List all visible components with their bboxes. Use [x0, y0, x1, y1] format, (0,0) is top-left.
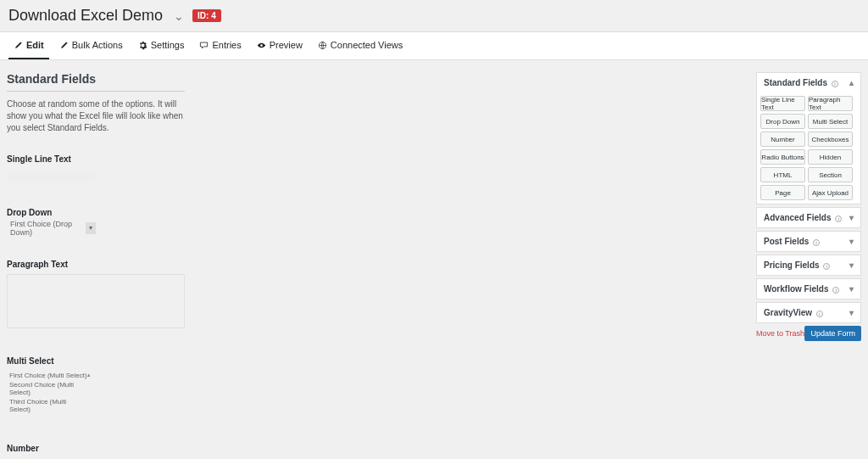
add-field-multi-select[interactable]: Multi Select — [808, 114, 853, 129]
info-icon[interactable]: i — [835, 216, 842, 222]
collapse-icon[interactable]: ▴ — [849, 78, 854, 87]
eye-icon — [257, 41, 266, 50]
panel-title: Advanced Fields — [764, 213, 831, 222]
add-field-single-line-text[interactable]: Single Line Text — [760, 96, 805, 111]
expand-icon[interactable]: ▾ — [849, 213, 854, 222]
tab-label: Entries — [212, 40, 241, 50]
field-multi-select[interactable]: Multi Select ▴ First Choice (Multi Selec… — [7, 356, 743, 418]
panel-body: Single Line Text Paragraph Text Drop Dow… — [757, 92, 860, 204]
field-single-line-text[interactable]: Single Line Text — [7, 154, 743, 182]
expand-icon[interactable]: ▾ — [849, 308, 854, 317]
add-field-ajax-upload[interactable]: Ajax Upload — [808, 185, 853, 200]
form-description: Choose at random some of the options. It… — [7, 98, 185, 134]
chevron-down-icon: ▾ — [86, 222, 96, 234]
main-content: Standard Fields Choose at random some of… — [0, 60, 868, 459]
panel-workflow-fields: Workflow Fields i ▾ — [756, 278, 861, 299]
panel-title: Post Fields — [764, 237, 809, 246]
panel-header[interactable]: Standard Fields i ▴ — [757, 73, 860, 92]
add-field-drop-down[interactable]: Drop Down — [760, 114, 805, 129]
tab-label: Edit — [26, 40, 44, 50]
field-label: Single Line Text — [7, 154, 743, 164]
panel-title: Workflow Fields — [764, 284, 829, 294]
move-to-trash-link[interactable]: Move to Trash — [756, 329, 804, 338]
panel-header[interactable]: Post Fields i ▾ — [757, 232, 860, 251]
tab-edit[interactable]: Edit — [8, 32, 49, 59]
field-label: Drop Down — [7, 208, 743, 217]
panel-advanced-fields: Advanced Fields i ▾ — [756, 207, 861, 228]
info-icon[interactable]: i — [813, 239, 820, 246]
form-editor: Standard Fields Choose at random some of… — [7, 72, 743, 459]
panel-title: GravityView — [764, 308, 812, 317]
id-badge: ID: 4 — [192, 9, 221, 22]
form-heading: Standard Fields — [7, 72, 185, 92]
sidebar-actions: Move to Trash Update Form — [756, 326, 861, 341]
expand-icon[interactable]: ▾ — [849, 284, 854, 294]
panel-title: Pricing Fields — [764, 260, 820, 270]
pencil-icon — [14, 41, 23, 50]
field-number[interactable]: Number Type in a number — [7, 444, 743, 460]
tab-label: Bulk Actions — [72, 40, 123, 50]
multiselect-input[interactable]: ▴ First Choice (Multi Select) Second Cho… — [7, 371, 92, 418]
info-icon[interactable]: i — [832, 287, 839, 294]
panel-standard-fields: Standard Fields i ▴ Single Line Text Par… — [756, 72, 861, 204]
field-label: Number — [7, 444, 743, 453]
gear-icon — [138, 41, 147, 50]
add-field-paragraph-text[interactable]: Paragraph Text — [808, 96, 853, 111]
panel-header[interactable]: Pricing Fields i ▾ — [757, 255, 860, 275]
multiselect-option[interactable]: Second Choice (Multi Select) — [7, 380, 92, 397]
add-field-section[interactable]: Section — [808, 167, 853, 182]
panel-post-fields: Post Fields i ▾ — [756, 231, 861, 252]
page-title: Download Excel Demo — [8, 7, 163, 25]
tab-preview[interactable]: Preview — [252, 32, 308, 59]
tab-bulk-actions[interactable]: Bulk Actions — [54, 32, 128, 59]
field-drop-down[interactable]: Drop Down First Choice (Drop Down) ▾ — [7, 208, 743, 234]
tab-label: Preview — [270, 40, 303, 50]
field-label: Multi Select — [7, 356, 743, 366]
tab-label: Settings — [151, 40, 185, 50]
add-field-hidden[interactable]: Hidden — [808, 149, 853, 165]
dropdown-selected: First Choice (Drop Down) — [10, 220, 93, 237]
expand-icon[interactable]: ▾ — [849, 260, 854, 270]
update-form-button[interactable]: Update Form — [804, 326, 861, 341]
panel-pricing-fields: Pricing Fields i ▾ — [756, 255, 861, 276]
paragraph-textarea[interactable] — [7, 274, 185, 328]
sidebar: Standard Fields i ▴ Single Line Text Par… — [756, 72, 861, 459]
multiselect-option[interactable]: First Choice (Multi Select) — [7, 371, 92, 380]
tab-label: Connected Views — [331, 40, 403, 50]
tab-connected-views[interactable]: Connected Views — [313, 32, 408, 59]
single-line-input[interactable] — [7, 171, 95, 182]
pencil-icon — [59, 41, 69, 50]
add-field-html[interactable]: HTML — [760, 167, 805, 182]
scroll-arrow-icon: ▴ — [87, 372, 91, 378]
add-field-number[interactable]: Number — [760, 132, 805, 147]
panel-header[interactable]: Advanced Fields i ▾ — [757, 208, 860, 227]
globe-icon — [318, 41, 327, 50]
page-header: Download Excel Demo ⌄ ID: 4 — [0, 0, 868, 31]
panel-header[interactable]: Workflow Fields i ▾ — [757, 279, 860, 299]
multiselect-option[interactable]: Third Choice (Multi Select) — [7, 397, 92, 414]
info-icon[interactable]: i — [816, 311, 823, 317]
field-label: Paragraph Text — [7, 260, 743, 269]
add-field-page[interactable]: Page — [760, 185, 805, 200]
panel-title: Standard Fields — [764, 78, 827, 87]
tab-settings[interactable]: Settings — [133, 32, 190, 59]
field-paragraph-text[interactable]: Paragraph Text — [7, 260, 743, 331]
expand-icon[interactable]: ▾ — [849, 237, 854, 246]
panel-header[interactable]: GravityView i ▾ — [757, 303, 860, 322]
tabs-bar: Edit Bulk Actions Settings Entries Previ… — [0, 31, 868, 60]
speech-bubble-icon — [199, 41, 209, 50]
tab-entries[interactable]: Entries — [194, 32, 246, 59]
info-icon[interactable]: i — [823, 263, 830, 270]
add-field-checkboxes[interactable]: Checkboxes — [808, 132, 853, 147]
info-icon[interactable]: i — [832, 81, 838, 87]
dropdown-input[interactable]: First Choice (Drop Down) — [7, 222, 97, 234]
chevron-down-icon[interactable]: ⌄ — [174, 9, 184, 23]
panel-gravityview: GravityView i ▾ — [756, 302, 861, 323]
add-field-radio-buttons[interactable]: Radio Buttons — [760, 149, 805, 165]
